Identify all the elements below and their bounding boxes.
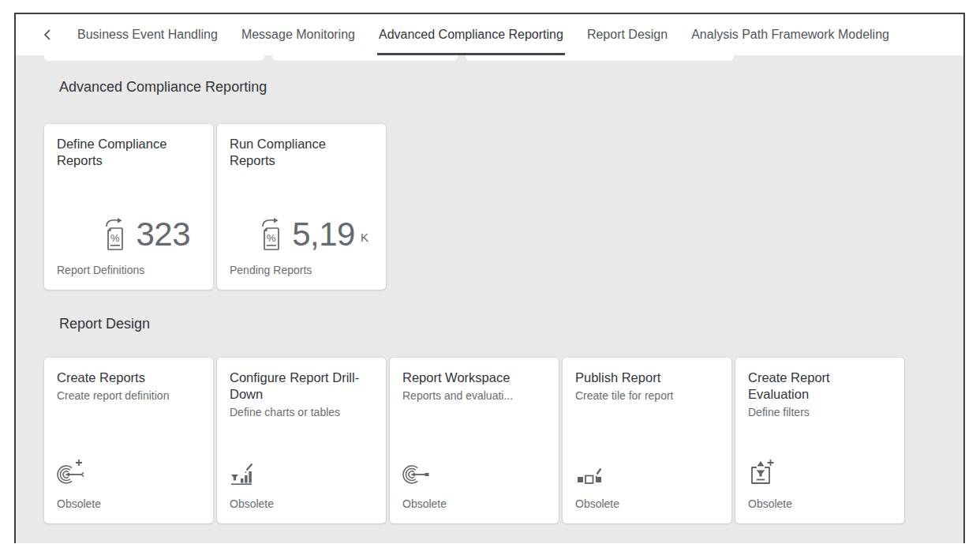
tile-title: Create Report Evaluation (748, 370, 892, 403)
tile-title: Publish Report (575, 370, 719, 386)
content-scroll-area[interactable]: Advanced Compliance Reporting Define Com… (16, 55, 963, 543)
tile-subtitle: Define filters (748, 405, 892, 419)
tile-footer: Pending Reports (230, 263, 373, 277)
tile-title: Configure Report Drill-Down (230, 370, 373, 403)
tile-title: Run Compliance Reports (230, 136, 373, 169)
kpi-unit: K (361, 231, 368, 244)
tile-bottom: Obsolete (230, 458, 373, 511)
tile-configure-report-drill-down[interactable]: Configure Report Drill-Down Define chart… (217, 358, 386, 523)
target-arrow-icon (402, 458, 546, 486)
tile-bottom: Obsolete (748, 458, 892, 511)
target-arrow-add-icon (57, 458, 200, 486)
back-button[interactable] (41, 28, 54, 42)
svg-text:%: % (110, 232, 120, 244)
tile-subtitle: Create tile for report (575, 388, 719, 403)
tab-business-event-handling[interactable]: Business Event Handling (77, 14, 218, 55)
kpi-content: % 323 (57, 217, 200, 252)
tile-subtitle: Define charts or tables (230, 405, 373, 419)
tile-report-workspace[interactable]: Report Workspace Reports and evaluati... (390, 358, 559, 523)
section-title-advanced-compliance-reporting: Advanced Compliance Reporting (59, 77, 963, 96)
tile-status: Obsolete (402, 497, 546, 511)
tab-bar: Business Event Handling Message Monitori… (16, 14, 963, 55)
tile-create-reports[interactable]: Create Reports Create report definition (44, 358, 213, 523)
tab-report-design[interactable]: Report Design (587, 14, 668, 55)
tile-title: Report Workspace (402, 370, 546, 386)
tile-define-compliance-reports[interactable]: Define Compliance Reports % (44, 124, 213, 290)
partial-tile-fragment (44, 55, 264, 61)
tile-title: Create Reports (57, 370, 200, 386)
tiles-edit-icon (575, 458, 719, 486)
tile-footer: Report Definitions (57, 263, 200, 277)
tile-create-report-evaluation[interactable]: Create Report Evaluation Define filters (735, 358, 904, 523)
tile-status: Obsolete (748, 497, 892, 511)
tile-bottom: Obsolete (57, 458, 200, 511)
tile-status: Obsolete (57, 497, 200, 511)
chevron-left-icon (43, 28, 52, 41)
tile-title: Define Compliance Reports (57, 136, 200, 169)
report-percent-arrow-icon: % (100, 217, 129, 252)
app-window: Business Event Handling Message Monitori… (14, 13, 965, 543)
kpi-value: 5,19 (292, 217, 355, 252)
tile-subtitle: Reports and evaluati... (402, 388, 546, 403)
tab-advanced-compliance-reporting[interactable]: Advanced Compliance Reporting (379, 14, 563, 55)
tile-bottom: Obsolete (402, 458, 546, 511)
section-title-report-design: Report Design (59, 314, 963, 333)
tile-group-report-design: Create Reports Create report definition (16, 358, 963, 523)
tile-subtitle: Create report definition (57, 388, 200, 403)
tile-publish-report[interactable]: Publish Report Create tile for report (563, 358, 731, 523)
report-percent-arrow-icon: % (256, 217, 285, 252)
tab-message-monitoring[interactable]: Message Monitoring (241, 14, 355, 55)
partial-tile-fragment (466, 55, 734, 61)
kpi-content: % 5,19 K (230, 217, 373, 252)
tile-status: Obsolete (230, 497, 373, 511)
tile-bottom: Obsolete (575, 458, 719, 511)
tile-group-advanced-compliance-reporting: Define Compliance Reports % (16, 124, 963, 290)
tab-analysis-path-framework-modeling[interactable]: Analysis Path Framework Modeling (691, 14, 889, 55)
filter-box-add-icon (748, 458, 892, 486)
tile-status: Obsolete (575, 497, 719, 511)
screen: Business Event Handling Message Monitori… (0, 0, 980, 559)
bar-chart-edit-icon (230, 458, 373, 486)
partial-tile-fragment (272, 55, 458, 61)
kpi-value: 323 (136, 217, 190, 252)
svg-text:%: % (267, 232, 276, 244)
tile-run-compliance-reports[interactable]: Run Compliance Reports % (217, 124, 386, 290)
